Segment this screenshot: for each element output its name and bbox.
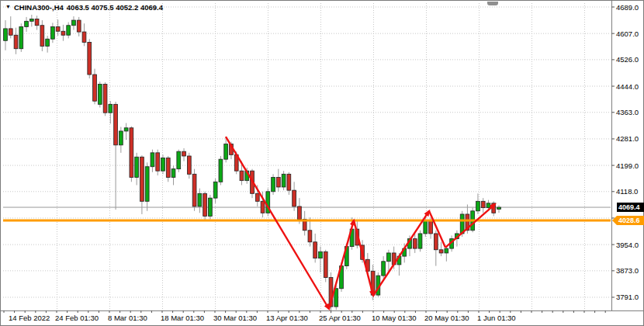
candle [130,127,133,182]
time-axis-label: 20 May 01:30 [424,314,469,322]
candle [46,36,50,53]
candle [61,25,65,41]
trend-arrow[interactable] [354,220,373,296]
price-axis-label: 4526.0 [616,55,639,64]
candle [324,250,327,283]
time-axis-label: 14 Feb 2022 [9,314,50,322]
chart-window: 4689.04607.04526.04444.04363.04281.04199… [0,0,644,326]
candle [25,17,29,32]
price-axis: 4689.04607.04526.04444.04363.04281.04199… [611,3,639,302]
candle [135,153,139,186]
candle [145,162,149,210]
candle [9,16,12,38]
trend-arrow[interactable] [226,137,329,309]
candle [198,189,202,213]
candle [171,165,175,185]
candle [308,217,312,246]
candle [187,153,191,179]
price-axis-label: 4281.0 [616,134,639,143]
time-axis: 14 Feb 202224 Feb 01:308 Mar 01:3018 Mar… [4,310,605,322]
candle [445,247,448,262]
candle [93,69,97,105]
trend-arrow[interactable] [445,204,495,248]
candle [213,179,217,203]
candle [382,256,386,279]
candle [4,20,8,50]
candle [313,234,317,262]
candle [98,82,102,107]
candle [177,150,181,172]
chart-title: ▼ CHINA300-,H4 4063.5 4075.5 4052.2 4069… [5,2,163,12]
candlestick-chart[interactable]: 4689.04607.04526.04444.04363.04281.04199… [1,1,643,325]
candle [35,16,39,29]
chart-title-symbol: CHINA300-,H4 [14,3,64,12]
price-axis-label: 4199.0 [616,161,639,170]
time-axis-label: 8 Mar 01:30 [108,314,147,322]
candle [266,189,270,217]
candle [19,23,23,52]
price-axis-label: 3873.0 [616,266,639,275]
candle [182,148,186,161]
candle [114,102,118,210]
price-axis-label: 3791.0 [616,293,639,301]
candle [82,23,86,46]
candle [497,206,501,213]
candle [208,195,212,220]
trend-arrow[interactable] [329,220,354,309]
candle [88,39,92,78]
candle [492,201,496,216]
price-axis-label: 3954.0 [616,241,639,249]
time-gridlines [57,3,585,310]
candle [418,231,422,251]
candle [14,28,18,54]
candle [219,156,223,185]
candle [434,231,438,266]
candle [50,23,54,43]
candle [140,155,144,214]
time-axis-label: 30 Mar 01:30 [213,314,257,322]
candle [29,15,33,26]
candle [103,82,107,116]
time-axis-label: 10 May 01:30 [372,314,417,322]
candle [151,150,154,172]
candle [293,182,296,210]
chart-title-ohlc: 4063.5 4075.5 4052.2 4069.4 [67,3,163,12]
price-axis-label: 4689.0 [616,3,639,12]
candle [166,156,170,182]
time-axis-label: 25 Apr 01:30 [319,314,361,322]
candle [272,174,275,195]
price-axis-label: 4607.0 [616,29,639,38]
candle [124,123,128,140]
candle [156,150,160,175]
candle [40,20,44,51]
candle [67,23,71,39]
candle [109,101,113,123]
candle [481,198,485,213]
time-axis-label: 24 Feb 01:30 [55,314,99,322]
price-gridlines [3,7,611,297]
symbol-dropdown-icon[interactable]: ▼ [5,4,11,10]
time-axis-label: 13 Apr 01:30 [266,314,308,322]
axis-drag-handle[interactable] [487,2,498,5]
candle [203,192,207,220]
time-axis-label: 1 Jun 01:30 [477,314,516,322]
candle [119,127,123,153]
candle [413,234,417,253]
orange-hline-badge: 4028.6 [617,216,644,225]
price-axis-label: 4363.0 [616,108,639,116]
candle [276,169,280,192]
candle [303,211,306,236]
trend-arrows[interactable] [226,137,495,309]
current-price-badge: 4069.4 [617,203,644,212]
candle [161,154,165,174]
candle [319,247,323,272]
candle [192,169,196,211]
price-axis-label: 4444.0 [616,82,639,91]
time-axis-label: 18 Mar 01:30 [161,314,204,322]
price-axis-label: 4118.0 [616,187,638,196]
candle [72,16,76,29]
candle [282,171,286,190]
candle [439,242,443,256]
trend-arrow[interactable] [373,211,429,296]
